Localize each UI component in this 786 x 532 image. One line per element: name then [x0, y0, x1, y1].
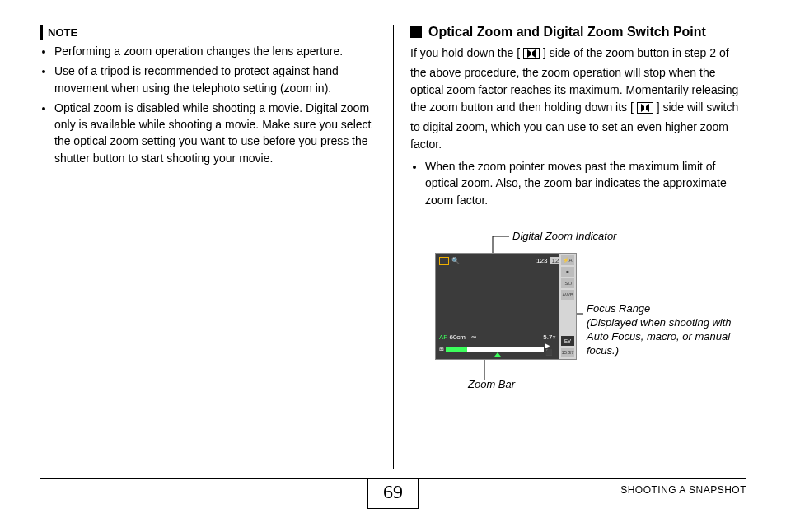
- svg-marker-5: [646, 104, 649, 112]
- footer-caption: SHOOTING A SNAPSHOT: [620, 484, 746, 496]
- section-bullet-list: When the zoom pointer moves past the max…: [425, 158, 746, 208]
- svg-marker-1: [527, 49, 531, 58]
- section-title: Optical Zoom and Digital Zoom Switch Poi…: [428, 25, 706, 40]
- note-bullet: Performing a zoom operation changes the …: [54, 43, 377, 59]
- callout-focus-range: Focus Range (Displayed when shooting wit…: [587, 302, 743, 358]
- svg-marker-4: [641, 104, 644, 112]
- callout-focus-range-title: Focus Range: [587, 302, 650, 315]
- right-column: Optical Zoom and Digital Zoom Switch Poi…: [393, 25, 746, 469]
- callout-focus-range-desc: (Displayed when shooting with Auto Focus…: [587, 316, 732, 357]
- lcd-tele-icon: ▶ ⬛: [545, 343, 556, 356]
- lcd-top-row: 🔍 123 12M N: [439, 257, 573, 265]
- lcd-side-item: ⚡A: [561, 255, 574, 265]
- lcd-zoom-factor: 5.7×: [543, 334, 556, 341]
- telephoto-icon: [637, 101, 653, 119]
- telephoto-icon: [523, 47, 540, 64]
- section-bullet: When the zoom pointer moves past the max…: [425, 158, 746, 208]
- lcd-shot-count: 123: [536, 257, 547, 264]
- svg-rect-3: [637, 103, 653, 114]
- lcd-zoom-bar: [446, 347, 544, 352]
- note-heading: NOTE: [40, 25, 377, 40]
- square-bullet-icon: [410, 26, 422, 38]
- section-heading: Optical Zoom and Digital Zoom Switch Poi…: [410, 25, 746, 40]
- lcd-side-item: AWB: [561, 290, 574, 300]
- section-paragraph: If you hold down the [ ] side of the zoo…: [410, 44, 746, 153]
- note-bullet: Use of a tripod is recommended to protec…: [54, 63, 377, 96]
- lcd-side-item: ■: [561, 267, 574, 277]
- lcd-focus-distance: 60cm - ∞: [449, 334, 475, 341]
- callout-zoom-bar: Zoom Bar: [468, 378, 515, 392]
- lcd-zoom-pointer-icon: [494, 352, 501, 357]
- figure-area: Digital Zoom Indicator 🔍 123 12M N: [410, 223, 746, 404]
- callout-digital-zoom-indicator: Digital Zoom Indicator: [512, 230, 616, 244]
- para-text: If you hold down the [: [410, 46, 520, 59]
- page-number: 69: [367, 478, 419, 509]
- lcd-af-label: AF: [439, 334, 447, 341]
- lcd-side-panel: ⚡A ■ ISO AWB EV 15:37: [559, 254, 576, 359]
- camera-lcd-screenshot: 🔍 123 12M N ⚡A ■ ISO AWB EV: [435, 253, 577, 360]
- lcd-wide-icon: ⊞: [439, 346, 444, 352]
- svg-marker-2: [532, 49, 536, 58]
- lcd-magnifier-icon: 🔍: [451, 257, 460, 264]
- svg-rect-0: [523, 49, 539, 59]
- lcd-side-item: 15:37: [561, 348, 574, 357]
- left-column: NOTE Performing a zoom operation changes…: [40, 25, 393, 469]
- note-bullet: Optical zoom is disabled while shooting …: [54, 100, 377, 166]
- note-label: NOTE: [48, 26, 77, 39]
- note-bar-icon: [40, 25, 43, 40]
- lcd-side-item: ISO: [561, 278, 574, 288]
- page-footer: 69 SHOOTING A SNAPSHOT: [40, 478, 746, 516]
- lcd-bottom-area: AF 60cm - ∞ 5.7× ⊞ ▶ ⬛: [439, 334, 556, 356]
- note-bullet-list: Performing a zoom operation changes the …: [54, 43, 377, 166]
- lcd-side-item: EV: [561, 336, 574, 346]
